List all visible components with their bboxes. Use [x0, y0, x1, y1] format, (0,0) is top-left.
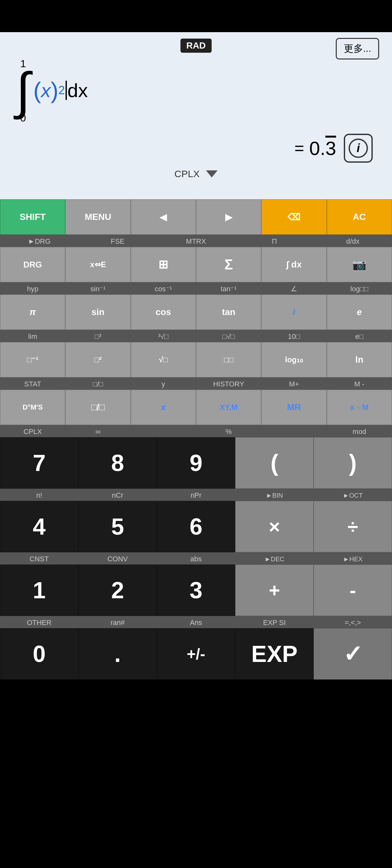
tooct-sub[interactable]: ►OCT [314, 489, 392, 501]
cos-button[interactable]: cos [131, 294, 196, 330]
e-button[interactable]: e [327, 294, 392, 330]
sin-button[interactable]: sin [65, 294, 130, 330]
nfact-sub[interactable]: n! [0, 489, 78, 501]
inf-sub[interactable]: ∞ [65, 425, 130, 437]
ran-sub[interactable]: ran# [78, 616, 157, 628]
cbrt-sub[interactable]: ³√□ [131, 330, 196, 342]
sin-inv-sub[interactable]: sin⁻¹ [65, 282, 130, 294]
times-button[interactable]: × [235, 501, 314, 552]
conv-sub[interactable]: CONV [78, 552, 157, 564]
exp-button[interactable]: EXP [235, 628, 314, 680]
tohex-sub[interactable]: ►HEX [314, 552, 392, 564]
pi-button[interactable]: π [0, 294, 65, 330]
mr-button[interactable]: MR [261, 390, 326, 425]
ddx-sub[interactable]: d/dx [314, 235, 392, 247]
two-button[interactable]: 2 [78, 564, 157, 616]
log-base-sub[interactable]: log□□ [327, 282, 392, 294]
angle-sub[interactable]: ∠ [261, 282, 326, 294]
cos-inv-sub[interactable]: cos⁻¹ [131, 282, 196, 294]
display-area: RAD 更多... 1 ∫ 0 ( x ) 2 dx = 0.3 i CPLX [0, 32, 392, 199]
four-label: 4 [33, 514, 45, 540]
four-button[interactable]: 4 [0, 501, 78, 552]
lim-sub[interactable]: lim [0, 330, 65, 342]
pi-sub[interactable]: Π [235, 235, 314, 247]
ten-pow-sub[interactable]: 10□ [261, 330, 326, 342]
abs-sub[interactable]: abs [157, 552, 235, 564]
right-arrow-button[interactable]: ▶ [196, 199, 261, 235]
i-button[interactable]: i [261, 294, 326, 330]
ncr-sub[interactable]: nCr [78, 489, 157, 501]
npr-sub[interactable]: nPr [157, 489, 235, 501]
minus-button[interactable]: - [314, 564, 392, 616]
dot-button[interactable]: . [78, 628, 157, 680]
hyp-sub[interactable]: hyp [0, 282, 65, 294]
inv-button[interactable]: □⁻¹ [0, 342, 65, 377]
x-button[interactable]: x [131, 390, 196, 425]
keyboard: SHIFT MENU ◀ ▶ ⌫ AC ►DRG FSE MTRX Π d/dx… [0, 199, 392, 680]
matrix-button[interactable]: ⊞ [131, 247, 196, 282]
info-button[interactable]: i [344, 134, 373, 163]
plusminus-button[interactable]: +/- [157, 628, 235, 680]
more-button[interactable]: 更多... [336, 38, 379, 60]
stat-sub[interactable]: STAT [0, 377, 65, 390]
cmp-sub[interactable]: =,<,> [314, 616, 392, 628]
tan-inv-sub[interactable]: tan⁻¹ [196, 282, 261, 294]
todec-sub[interactable]: ►DEC [235, 552, 314, 564]
eight-button[interactable]: 8 [78, 437, 157, 489]
divide-button[interactable]: ÷ [314, 501, 392, 552]
six-button[interactable]: 6 [157, 501, 235, 552]
other-sub[interactable]: OTHER [0, 616, 78, 628]
drg-sub[interactable]: ►DRG [0, 235, 78, 247]
mplus-sub[interactable]: M+ [261, 377, 326, 390]
xm-button[interactable]: x→M [327, 390, 392, 425]
nthrt-sub[interactable]: □√□ [196, 330, 261, 342]
left-arrow-button[interactable]: ◀ [131, 199, 196, 235]
expsi-sub[interactable]: EXP SI [235, 616, 314, 628]
dms-button[interactable]: D°M'S [0, 390, 65, 425]
one-button[interactable]: 1 [0, 564, 78, 616]
seven-button[interactable]: 7 [0, 437, 78, 489]
xym-button[interactable]: XY,M [196, 390, 261, 425]
menu-button[interactable]: MENU [65, 199, 130, 235]
tan-button[interactable]: tan [196, 294, 261, 330]
zero-button[interactable]: 0 [0, 628, 78, 680]
sq-button[interactable]: □² [65, 342, 130, 377]
xe-button[interactable]: x⇔E [65, 247, 130, 282]
five-button[interactable]: 5 [78, 501, 157, 552]
rparen-button[interactable]: ) [314, 437, 392, 489]
frac2-button[interactable]: □/□ [65, 390, 130, 425]
pow-label: □□ [224, 355, 233, 364]
shift-button[interactable]: SHIFT [0, 199, 65, 235]
cnst-sub[interactable]: CNST [0, 552, 78, 564]
nine-button[interactable]: 9 [157, 437, 235, 489]
plus-button[interactable]: + [235, 564, 314, 616]
ans-sub[interactable]: Ans [157, 616, 235, 628]
history-sub[interactable]: HISTORY [196, 377, 261, 390]
pow-button[interactable]: □□ [196, 342, 261, 377]
frac-sub[interactable]: □/□ [65, 377, 130, 390]
e-pow-sub[interactable]: e□ [327, 330, 392, 342]
mtrx-sub[interactable]: MTRX [157, 235, 235, 247]
matrix-label: ⊞ [158, 258, 168, 271]
drg-button[interactable]: DRG [0, 247, 65, 282]
integral-button[interactable]: ∫ dx [261, 247, 326, 282]
y-sub[interactable]: y [131, 377, 196, 390]
three-button[interactable]: 3 [157, 564, 235, 616]
backspace-button[interactable]: ⌫ [261, 199, 326, 235]
cplx-sub[interactable]: CPLX [0, 425, 65, 437]
mminus-sub[interactable]: M - [327, 377, 392, 390]
check-button[interactable]: ✓ [314, 628, 392, 680]
cplx-bar[interactable]: CPLX [13, 163, 379, 183]
tobin-sub[interactable]: ►BIN [235, 489, 314, 501]
percent-sub[interactable]: % [196, 425, 261, 437]
cube-sub[interactable]: □³ [65, 330, 130, 342]
mod-sub[interactable]: mod [327, 425, 392, 437]
lparen-button[interactable]: ( [235, 437, 314, 489]
sqrt-button[interactable]: √□ [131, 342, 196, 377]
ac-button[interactable]: AC [327, 199, 392, 235]
fse-sub[interactable]: FSE [78, 235, 157, 247]
log10-button[interactable]: log₁₀ [261, 342, 326, 377]
camera-button[interactable]: 📷 [327, 247, 392, 282]
sigma-button[interactable]: Σ [196, 247, 261, 282]
ln-button[interactable]: ln [327, 342, 392, 377]
